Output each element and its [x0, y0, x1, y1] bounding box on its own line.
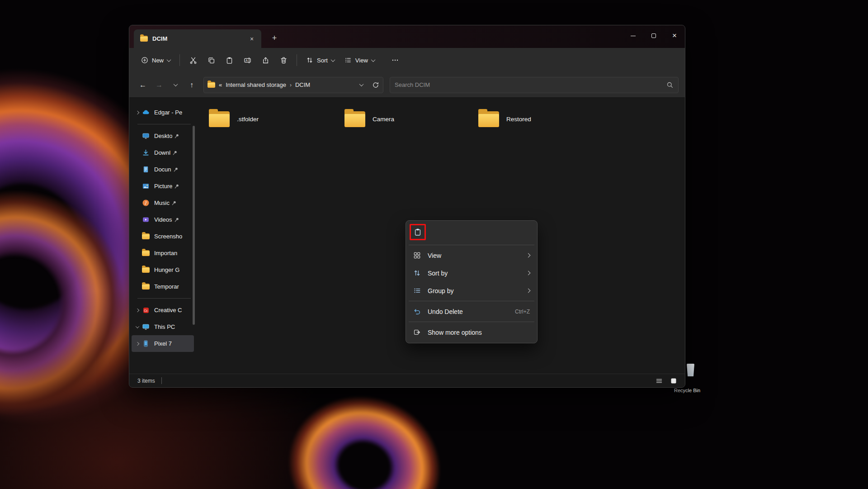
sort-button[interactable]: Sort [302, 53, 339, 67]
cut-button[interactable] [184, 52, 202, 68]
group-list-icon [413, 287, 421, 294]
sidebar-item-important[interactable]: Importan [132, 245, 194, 261]
back-button[interactable]: ← [136, 78, 150, 92]
minimize-button[interactable] [623, 25, 643, 46]
folder-icon [344, 111, 365, 127]
new-button[interactable]: New [137, 53, 175, 67]
details-view-toggle[interactable] [653, 376, 665, 386]
delete-button[interactable] [275, 52, 292, 68]
menu-item-show-more-options[interactable]: Show more options [408, 323, 535, 341]
sidebar-item-label: Picture [154, 183, 172, 190]
search-input[interactable] [395, 81, 666, 88]
file-item-camera[interactable]: Camera [339, 105, 467, 133]
sidebar-item-creative-cloud[interactable]: Cc Creative C [132, 302, 194, 318]
sidebar-item-hunger-games[interactable]: Hunger G [132, 261, 194, 278]
more-options-button[interactable] [387, 52, 404, 68]
up-button[interactable]: ↑ [184, 78, 199, 92]
file-item-restored[interactable]: Restored [473, 105, 600, 133]
menu-item-view[interactable]: View [408, 247, 535, 264]
maximize-button[interactable] [643, 25, 664, 46]
breadcrumb-overflow[interactable]: « [219, 81, 222, 88]
chevron-right-icon [526, 253, 531, 258]
minimize-icon [631, 36, 636, 36]
pin-icon [171, 200, 177, 206]
menu-item-label: Sort by [428, 270, 448, 277]
context-menu: View Sort by Group by Undo Delete Ctrl+Z… [406, 220, 538, 343]
chevron-down-icon [330, 57, 335, 62]
recycle-bin-icon[interactable] [687, 364, 694, 376]
file-name: Restored [506, 116, 531, 123]
menu-item-label: View [428, 252, 441, 259]
pictures-icon [141, 182, 151, 190]
tab-dcim[interactable]: DCIM × [134, 29, 261, 48]
sidebar-item-desktop[interactable]: Deskto [132, 128, 194, 144]
breadcrumb-item[interactable]: DCIM [295, 81, 310, 88]
documents-icon [141, 166, 151, 173]
menu-separator [409, 301, 534, 301]
chevron-right-icon [135, 308, 139, 312]
svg-text:Cc: Cc [144, 309, 148, 312]
sidebar-item-label: Hunger G [154, 266, 179, 273]
sidebar-scrollbar[interactable] [193, 126, 195, 325]
address-bar[interactable]: « Internal shared storage › DCIM [203, 77, 383, 93]
menu-item-undo-delete[interactable]: Undo Delete Ctrl+Z [408, 303, 535, 320]
refresh-button[interactable] [372, 81, 379, 89]
annotation-box [410, 224, 426, 240]
pin-icon [174, 133, 179, 139]
search-box[interactable] [390, 77, 679, 93]
breadcrumb-item[interactable]: Internal shared storage [226, 81, 286, 88]
new-tab-button[interactable]: + [269, 32, 280, 44]
address-dropdown-icon[interactable] [359, 82, 364, 86]
chevron-right-icon [135, 342, 139, 345]
menu-separator [409, 245, 534, 245]
sidebar-item-this-pc[interactable]: This PC [132, 318, 194, 335]
copy-button[interactable] [203, 52, 220, 68]
title-bar: DCIM × + × [129, 25, 685, 48]
sidebar-item-pixel-7[interactable]: Pixel 7 [132, 335, 194, 352]
onedrive-icon [141, 109, 151, 116]
sidebar-item-label: Docun [154, 166, 171, 173]
share-button[interactable] [257, 52, 274, 68]
sidebar-item-music[interactable]: ♪ Music [132, 195, 194, 211]
sidebar-item-screenshots[interactable]: Screensho [132, 228, 194, 245]
chevron-down-icon [371, 57, 375, 62]
view-button[interactable]: View [340, 53, 379, 67]
chevron-down-icon [167, 57, 171, 62]
paste-button-toolbar[interactable] [221, 52, 238, 68]
svg-text:♪: ♪ [144, 200, 147, 205]
sidebar-item-videos[interactable]: Videos [132, 211, 194, 228]
status-divider [161, 377, 162, 384]
file-name: .stfolder [237, 116, 259, 123]
large-thumbnails-toggle[interactable] [668, 376, 679, 386]
undo-icon [413, 308, 421, 315]
rename-button[interactable]: A [239, 52, 256, 68]
recent-locations-button[interactable] [168, 78, 183, 92]
recycle-bin-label[interactable]: Recycle Bin [668, 388, 706, 393]
sort-icon [306, 57, 313, 64]
menu-item-label: Group by [428, 287, 454, 294]
music-icon: ♪ [141, 199, 151, 207]
paste-button[interactable] [411, 226, 424, 238]
sidebar-item-label: Pixel 7 [154, 340, 172, 347]
sidebar-separator [137, 124, 191, 124]
sidebar-item-documents[interactable]: Docun [132, 161, 194, 178]
menu-item-group-by[interactable]: Group by [408, 282, 535, 299]
menu-item-sort-by[interactable]: Sort by [408, 264, 535, 282]
sidebar-item-downloads[interactable]: Downl [132, 144, 194, 161]
folder-icon [142, 233, 150, 239]
tab-close-icon[interactable]: × [247, 34, 257, 44]
toolbar-divider [297, 54, 297, 66]
window-controls: × [623, 25, 685, 46]
sidebar-item-label: Downl [154, 149, 170, 156]
forward-button[interactable]: → [152, 78, 166, 92]
address-bar-row: ← → ↑ « Internal shared storage › DCIM [129, 72, 685, 98]
sidebar-item-pictures[interactable]: Picture [132, 178, 194, 195]
close-button[interactable]: × [664, 25, 685, 46]
sidebar-item-onedrive[interactable]: Edgar - Pe [132, 104, 194, 121]
sidebar-item-label: Creative C [154, 307, 182, 313]
file-item-stfolder[interactable]: .stfolder [203, 105, 331, 133]
folder-icon [142, 250, 150, 256]
sidebar-item-temporary[interactable]: Temporar [132, 278, 194, 295]
sort-icon [413, 269, 421, 277]
creative-cloud-icon: Cc [141, 307, 151, 314]
